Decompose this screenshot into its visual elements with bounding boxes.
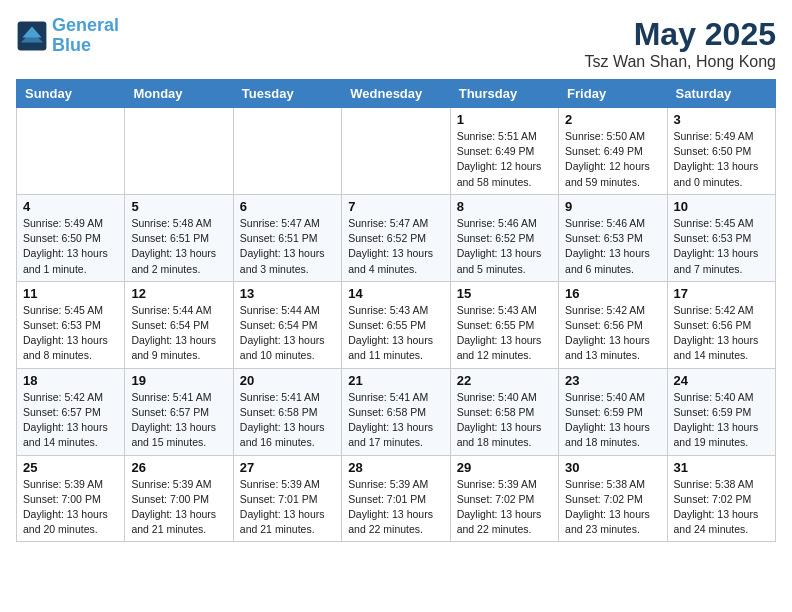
day-number: 6 (240, 199, 335, 214)
page-header: General Blue May 2025 Tsz Wan Shan, Hong… (16, 16, 776, 71)
calendar-cell: 8Sunrise: 5:46 AM Sunset: 6:52 PM Daylig… (450, 194, 558, 281)
day-info: Sunrise: 5:44 AM Sunset: 6:54 PM Dayligh… (131, 303, 226, 364)
day-number: 17 (674, 286, 769, 301)
calendar-cell: 20Sunrise: 5:41 AM Sunset: 6:58 PM Dayli… (233, 368, 341, 455)
col-header-wednesday: Wednesday (342, 80, 450, 108)
calendar-cell: 4Sunrise: 5:49 AM Sunset: 6:50 PM Daylig… (17, 194, 125, 281)
day-info: Sunrise: 5:44 AM Sunset: 6:54 PM Dayligh… (240, 303, 335, 364)
day-info: Sunrise: 5:43 AM Sunset: 6:55 PM Dayligh… (348, 303, 443, 364)
day-info: Sunrise: 5:43 AM Sunset: 6:55 PM Dayligh… (457, 303, 552, 364)
day-number: 8 (457, 199, 552, 214)
calendar-cell: 5Sunrise: 5:48 AM Sunset: 6:51 PM Daylig… (125, 194, 233, 281)
day-info: Sunrise: 5:40 AM Sunset: 6:59 PM Dayligh… (565, 390, 660, 451)
calendar-cell: 17Sunrise: 5:42 AM Sunset: 6:56 PM Dayli… (667, 281, 775, 368)
day-number: 11 (23, 286, 118, 301)
col-header-thursday: Thursday (450, 80, 558, 108)
col-header-monday: Monday (125, 80, 233, 108)
day-number: 27 (240, 460, 335, 475)
calendar-cell: 18Sunrise: 5:42 AM Sunset: 6:57 PM Dayli… (17, 368, 125, 455)
title-block: May 2025 Tsz Wan Shan, Hong Kong (584, 16, 776, 71)
day-info: Sunrise: 5:45 AM Sunset: 6:53 PM Dayligh… (23, 303, 118, 364)
day-info: Sunrise: 5:38 AM Sunset: 7:02 PM Dayligh… (565, 477, 660, 538)
day-number: 14 (348, 286, 443, 301)
calendar-cell: 7Sunrise: 5:47 AM Sunset: 6:52 PM Daylig… (342, 194, 450, 281)
day-number: 25 (23, 460, 118, 475)
col-header-saturday: Saturday (667, 80, 775, 108)
calendar-cell: 21Sunrise: 5:41 AM Sunset: 6:58 PM Dayli… (342, 368, 450, 455)
day-info: Sunrise: 5:40 AM Sunset: 6:58 PM Dayligh… (457, 390, 552, 451)
calendar-cell: 22Sunrise: 5:40 AM Sunset: 6:58 PM Dayli… (450, 368, 558, 455)
calendar-cell: 28Sunrise: 5:39 AM Sunset: 7:01 PM Dayli… (342, 455, 450, 542)
col-header-friday: Friday (559, 80, 667, 108)
day-info: Sunrise: 5:46 AM Sunset: 6:53 PM Dayligh… (565, 216, 660, 277)
logo-line2: Blue (52, 35, 91, 55)
calendar-cell: 31Sunrise: 5:38 AM Sunset: 7:02 PM Dayli… (667, 455, 775, 542)
day-number: 5 (131, 199, 226, 214)
day-info: Sunrise: 5:38 AM Sunset: 7:02 PM Dayligh… (674, 477, 769, 538)
calendar-cell: 24Sunrise: 5:40 AM Sunset: 6:59 PM Dayli… (667, 368, 775, 455)
calendar-cell: 27Sunrise: 5:39 AM Sunset: 7:01 PM Dayli… (233, 455, 341, 542)
day-number: 2 (565, 112, 660, 127)
calendar-cell: 19Sunrise: 5:41 AM Sunset: 6:57 PM Dayli… (125, 368, 233, 455)
day-info: Sunrise: 5:39 AM Sunset: 7:00 PM Dayligh… (23, 477, 118, 538)
calendar-week-row: 25Sunrise: 5:39 AM Sunset: 7:00 PM Dayli… (17, 455, 776, 542)
calendar-table: SundayMondayTuesdayWednesdayThursdayFrid… (16, 79, 776, 542)
logo-icon (16, 20, 48, 52)
day-number: 29 (457, 460, 552, 475)
day-number: 10 (674, 199, 769, 214)
calendar-cell: 30Sunrise: 5:38 AM Sunset: 7:02 PM Dayli… (559, 455, 667, 542)
day-number: 7 (348, 199, 443, 214)
calendar-cell: 15Sunrise: 5:43 AM Sunset: 6:55 PM Dayli… (450, 281, 558, 368)
day-info: Sunrise: 5:39 AM Sunset: 7:02 PM Dayligh… (457, 477, 552, 538)
logo-line1: General (52, 15, 119, 35)
day-number: 13 (240, 286, 335, 301)
calendar-cell (125, 108, 233, 195)
calendar-cell: 13Sunrise: 5:44 AM Sunset: 6:54 PM Dayli… (233, 281, 341, 368)
month-title: May 2025 (584, 16, 776, 53)
calendar-cell: 12Sunrise: 5:44 AM Sunset: 6:54 PM Dayli… (125, 281, 233, 368)
day-number: 16 (565, 286, 660, 301)
day-number: 31 (674, 460, 769, 475)
day-info: Sunrise: 5:49 AM Sunset: 6:50 PM Dayligh… (674, 129, 769, 190)
day-number: 12 (131, 286, 226, 301)
day-info: Sunrise: 5:47 AM Sunset: 6:51 PM Dayligh… (240, 216, 335, 277)
location: Tsz Wan Shan, Hong Kong (584, 53, 776, 71)
day-number: 24 (674, 373, 769, 388)
calendar-cell: 10Sunrise: 5:45 AM Sunset: 6:53 PM Dayli… (667, 194, 775, 281)
day-number: 4 (23, 199, 118, 214)
day-info: Sunrise: 5:42 AM Sunset: 6:56 PM Dayligh… (565, 303, 660, 364)
day-info: Sunrise: 5:48 AM Sunset: 6:51 PM Dayligh… (131, 216, 226, 277)
calendar-cell: 16Sunrise: 5:42 AM Sunset: 6:56 PM Dayli… (559, 281, 667, 368)
day-info: Sunrise: 5:41 AM Sunset: 6:57 PM Dayligh… (131, 390, 226, 451)
calendar-cell: 1Sunrise: 5:51 AM Sunset: 6:49 PM Daylig… (450, 108, 558, 195)
calendar-cell: 23Sunrise: 5:40 AM Sunset: 6:59 PM Dayli… (559, 368, 667, 455)
calendar-cell: 6Sunrise: 5:47 AM Sunset: 6:51 PM Daylig… (233, 194, 341, 281)
day-info: Sunrise: 5:47 AM Sunset: 6:52 PM Dayligh… (348, 216, 443, 277)
day-info: Sunrise: 5:39 AM Sunset: 7:01 PM Dayligh… (240, 477, 335, 538)
day-number: 26 (131, 460, 226, 475)
day-info: Sunrise: 5:46 AM Sunset: 6:52 PM Dayligh… (457, 216, 552, 277)
calendar-cell (17, 108, 125, 195)
calendar-week-row: 4Sunrise: 5:49 AM Sunset: 6:50 PM Daylig… (17, 194, 776, 281)
calendar-cell: 3Sunrise: 5:49 AM Sunset: 6:50 PM Daylig… (667, 108, 775, 195)
col-header-sunday: Sunday (17, 80, 125, 108)
day-number: 22 (457, 373, 552, 388)
logo: General Blue (16, 16, 119, 56)
calendar-cell: 25Sunrise: 5:39 AM Sunset: 7:00 PM Dayli… (17, 455, 125, 542)
day-info: Sunrise: 5:50 AM Sunset: 6:49 PM Dayligh… (565, 129, 660, 190)
day-number: 20 (240, 373, 335, 388)
calendar-cell (233, 108, 341, 195)
calendar-header-row: SundayMondayTuesdayWednesdayThursdayFrid… (17, 80, 776, 108)
calendar-cell: 2Sunrise: 5:50 AM Sunset: 6:49 PM Daylig… (559, 108, 667, 195)
day-number: 18 (23, 373, 118, 388)
day-info: Sunrise: 5:39 AM Sunset: 7:00 PM Dayligh… (131, 477, 226, 538)
day-info: Sunrise: 5:51 AM Sunset: 6:49 PM Dayligh… (457, 129, 552, 190)
calendar-week-row: 1Sunrise: 5:51 AM Sunset: 6:49 PM Daylig… (17, 108, 776, 195)
calendar-cell (342, 108, 450, 195)
calendar-cell: 26Sunrise: 5:39 AM Sunset: 7:00 PM Dayli… (125, 455, 233, 542)
calendar-week-row: 18Sunrise: 5:42 AM Sunset: 6:57 PM Dayli… (17, 368, 776, 455)
day-info: Sunrise: 5:49 AM Sunset: 6:50 PM Dayligh… (23, 216, 118, 277)
day-number: 30 (565, 460, 660, 475)
day-info: Sunrise: 5:41 AM Sunset: 6:58 PM Dayligh… (240, 390, 335, 451)
calendar-cell: 14Sunrise: 5:43 AM Sunset: 6:55 PM Dayli… (342, 281, 450, 368)
